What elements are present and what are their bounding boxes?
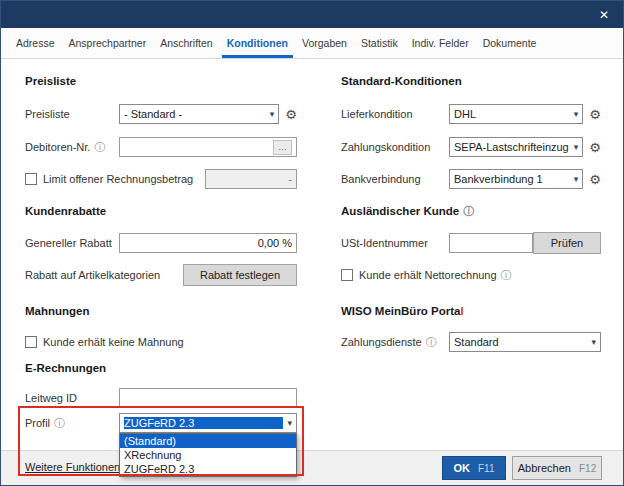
rabatt-festlegen-button[interactable]: Rabatt festlegen <box>183 264 297 286</box>
chevron-down-icon: ▾ <box>287 418 292 428</box>
row-leitweg: Leitweg ID <box>25 387 297 409</box>
limit-checkbox[interactable] <box>25 173 37 185</box>
info-icon[interactable]: ⓘ <box>501 270 512 281</box>
customer-conditions-dialog: ✕ Adresse Ansprechpartner Anschriften Ko… <box>0 0 624 486</box>
gear-icon[interactable]: ⚙ <box>589 173 601 186</box>
nettorechnung-checkbox-label: Kunde erhält Nettorechnung <box>359 269 497 281</box>
gear-icon[interactable]: ⚙ <box>285 108 297 121</box>
tab-dokumente[interactable]: Dokumente <box>476 28 544 58</box>
leitweg-label: Leitweg ID <box>25 392 119 404</box>
info-icon[interactable]: ⓘ <box>94 142 105 153</box>
mahnung-checkbox[interactable] <box>25 336 37 348</box>
zahlungsdienste-select[interactable]: Standard ▾ <box>449 332 601 352</box>
debitoren-label: Debitoren-Nr. ⓘ <box>25 141 119 153</box>
info-icon[interactable]: ⓘ <box>426 337 437 348</box>
profil-label: Profil ⓘ <box>25 417 119 429</box>
zahlungsdienste-label: Zahlungsdienste ⓘ <box>341 336 449 348</box>
bankverbindung-select[interactable]: Bankverbindung 1 ▾ <box>449 169 583 189</box>
portal-header-text: WISO MeinBüro Porta <box>341 305 460 317</box>
profil-select[interactable]: ZUGFeRD 2.3 ▾ <box>119 413 297 433</box>
zahlungskondition-value: SEPA-Lastschrifteinzug <box>454 141 570 153</box>
auslaendisch-header-text: Ausländischer Kunde <box>341 205 459 217</box>
row-preisliste: Preisliste - Standard - ▾ ⚙ <box>25 103 297 125</box>
row-zahlungskondition: Zahlungskondition SEPA-Lastschrifteinzug… <box>341 136 601 158</box>
row-mahnung: Kunde erhält keine Mahnung <box>25 331 297 353</box>
rabatt-kategorien-label: Rabatt auf Artikelkategorien <box>25 269 183 281</box>
gear-icon[interactable]: ⚙ <box>589 141 601 154</box>
limit-checkbox-label: Limit offener Rechnungsbetrag <box>43 173 205 185</box>
section-auslaendischer-kunde: Ausländischer Kunde ⓘ <box>341 205 474 217</box>
row-debitoren: Debitoren-Nr. ⓘ … <box>25 136 297 158</box>
cancel-shortcut: F12 <box>579 463 596 474</box>
tab-adresse[interactable]: Adresse <box>9 28 62 58</box>
tab-konditionen[interactable]: Konditionen <box>220 28 295 58</box>
info-icon[interactable]: ⓘ <box>54 418 65 429</box>
pruefen-button[interactable]: Prüfen <box>533 232 601 254</box>
cancel-label: Abbrechen <box>518 462 571 474</box>
profil-option-xrechnung[interactable]: XRechnung <box>120 448 296 462</box>
ok-shortcut: F11 <box>478 463 495 474</box>
row-profil: Profil ⓘ ZUGFeRD 2.3 ▾ <box>25 412 297 434</box>
lieferkondition-label: Lieferkondition <box>341 108 449 120</box>
row-lieferkondition: Lieferkondition DHL ▾ ⚙ <box>341 103 601 125</box>
section-standard-konditionen: Standard-Konditionen <box>341 75 462 87</box>
genereller-rabatt-value: 0,00 % <box>258 237 292 249</box>
portal-header-accent: l <box>460 305 463 317</box>
tab-indiv-felder[interactable]: Indiv. Felder <box>405 28 476 58</box>
cancel-button[interactable]: Abbrechen F12 <box>512 456 602 480</box>
info-icon[interactable]: ⓘ <box>463 206 474 217</box>
chevron-down-icon: ▾ <box>574 142 579 152</box>
preisliste-label: Preisliste <box>25 108 119 120</box>
nettorechnung-checkbox[interactable] <box>341 269 353 281</box>
profil-option-standard[interactable]: (Standard) <box>120 434 296 448</box>
section-wiso-portal: WISO MeinBüro Portal <box>341 305 464 317</box>
ok-button[interactable]: OK F11 <box>442 456 506 480</box>
chevron-down-icon: ▾ <box>270 109 275 119</box>
row-genereller-rabatt: Genereller Rabatt 0,00 % <box>25 232 297 254</box>
limit-amount-value: - <box>288 173 292 185</box>
tab-vorgaben[interactable]: Vorgaben <box>295 28 354 58</box>
zahlungskondition-select[interactable]: SEPA-Lastschrifteinzug ▾ <box>449 137 583 157</box>
tab-statistik[interactable]: Statistik <box>354 28 405 58</box>
bankverbindung-value: Bankverbindung 1 <box>454 173 570 185</box>
mahnung-checkbox-label: Kunde erhält keine Mahnung <box>43 336 184 348</box>
tab-ansprechpartner[interactable]: Ansprechpartner <box>62 28 154 58</box>
profil-value: ZUGFeRD 2.3 <box>124 417 283 429</box>
tab-bar: Adresse Ansprechpartner Anschriften Kond… <box>1 28 623 59</box>
chevron-down-icon: ▾ <box>591 337 596 347</box>
titlebar: ✕ <box>1 1 623 28</box>
section-preisliste: Preisliste <box>25 75 76 87</box>
genereller-rabatt-input[interactable]: 0,00 % <box>119 233 297 253</box>
row-bankverbindung: Bankverbindung Bankverbindung 1 ▾ ⚙ <box>341 168 601 190</box>
limit-amount-input: - <box>205 169 297 189</box>
profil-dropdown-list: (Standard) XRechnung ZUGFeRD 2.3 <box>119 433 297 477</box>
debitoren-label-text: Debitoren-Nr. <box>25 141 90 153</box>
lieferkondition-value: DHL <box>454 108 570 120</box>
preisliste-value: - Standard - <box>124 108 266 120</box>
section-mahnungen: Mahnungen <box>25 305 90 317</box>
ust-input[interactable] <box>449 233 533 253</box>
zahlungskondition-label: Zahlungskondition <box>341 141 449 153</box>
ellipsis-button[interactable]: … <box>273 140 292 155</box>
row-ust: USt-Identnummer Prüfen <box>341 232 601 254</box>
genereller-rabatt-label: Genereller Rabatt <box>25 237 119 249</box>
row-limit: Limit offener Rechnungsbetrag - <box>25 168 297 190</box>
gear-icon[interactable]: ⚙ <box>589 108 601 121</box>
chevron-down-icon: ▾ <box>574 174 579 184</box>
zahlungsdienste-label-text: Zahlungsdienste <box>341 336 422 348</box>
preisliste-select[interactable]: - Standard - ▾ <box>119 104 279 124</box>
leitweg-input[interactable] <box>119 388 297 408</box>
profil-option-zugferd[interactable]: ZUGFeRD 2.3 <box>120 462 296 476</box>
tab-anschriften[interactable]: Anschriften <box>153 28 220 58</box>
section-erechnungen: E-Rechnungen <box>25 362 106 374</box>
chevron-down-icon: ▾ <box>574 109 579 119</box>
zahlungsdienste-value: Standard <box>454 336 587 348</box>
weitere-funktionen-button[interactable]: Weitere Funktionen <box>25 461 120 473</box>
debitoren-input[interactable]: … <box>119 137 297 157</box>
lieferkondition-select[interactable]: DHL ▾ <box>449 104 583 124</box>
ust-label: USt-Identnummer <box>341 237 449 249</box>
close-button[interactable]: ✕ <box>585 1 623 28</box>
close-icon: ✕ <box>599 8 609 22</box>
profil-label-text: Profil <box>25 417 50 429</box>
bankverbindung-label: Bankverbindung <box>341 173 449 185</box>
